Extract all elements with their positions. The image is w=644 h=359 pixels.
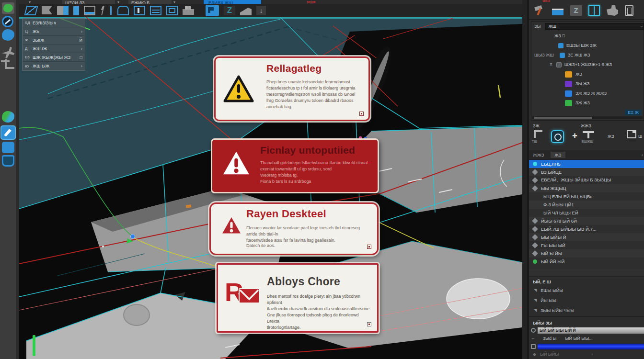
shear-icon[interactable]: [570, 5, 582, 16]
window-icon[interactable]: [84, 6, 95, 15]
layer-orange-icon[interactable]: [565, 71, 572, 78]
window-tool-icon[interactable]: [627, 130, 636, 138]
list-item[interactable]: ЫЙ ЙЙ ЫЙ: [529, 258, 644, 266]
menu-item[interactable]: Д ЖШ-ІЖ ›: [23, 45, 85, 53]
no-entry-icon[interactable]: [2, 16, 13, 27]
body-line: lhrg Goraefas dnumyru toloen dibadrd rba…: [266, 98, 365, 104]
checkbox-unchecked-icon[interactable]: [556, 62, 562, 67]
list-item[interactable]: ЙЫЫ 678 ЫЙ 6Й: [529, 217, 644, 225]
name-field[interactable]: ЖШ: [545, 23, 644, 30]
section-item[interactable]: ◥ЕШЫ ЫЙЫ: [529, 285, 644, 295]
list-item[interactable]: ЫЫ ЖЩЫЦ: [529, 184, 644, 192]
list-item[interactable]: ЕВЕЛЙ、ЖЩЫ 3ЙШЫ Б ЗЫЗЦЫ: [529, 176, 644, 184]
record-icon[interactable]: [531, 328, 536, 333]
tree-item-label[interactable]: ЗЖ ЖЗ: [575, 101, 590, 105]
door-icon[interactable]: [625, 5, 633, 16]
hammer-icon[interactable]: [534, 5, 545, 16]
more-link[interactable]: ЕΞ Ж: [625, 110, 642, 115]
blob-green-icon[interactable]: [2, 2, 14, 14]
plus-icon[interactable]: ✚: [572, 132, 577, 139]
section-item[interactable]: ◥3ЫЫ ЫЙЫ ЧЫЫ: [529, 305, 644, 315]
footer-row[interactable]: ◆ ЫЙ ЫЙЫ ›: [529, 350, 644, 358]
checkbox-checked-icon[interactable]: [558, 43, 564, 48]
scene-list: ЖЖЗ ЖЗ ‹ ЕБЦ.ЛЯ5 ВЗ ЫЙЦЕ ЕВЕЛЙ、ЖЩЫ 3ЙШЫ …: [529, 150, 644, 269]
arrow-down-icon[interactable]: ↓: [256, 6, 266, 15]
body-line: tfaetlnerdin draszurfk acsituin dla srnl…: [267, 306, 372, 312]
menu-item[interactable]: Ц ЖЬ ›: [23, 27, 85, 36]
ramp-icon[interactable]: [240, 6, 252, 15]
primary-action-button[interactable]: ЕЛИЯХ ЖШ: [204, 0, 261, 4]
stop-icon[interactable]: [531, 344, 536, 349]
menu-item[interactable]: Е6 ШЖ ЖЫЖ(ЖЫ ЖЗ □: [23, 53, 85, 62]
bucket-icon[interactable]: [2, 155, 14, 167]
cabinet-icon[interactable]: [588, 5, 600, 16]
body-line: tlrotorlogrtlartage.: [267, 325, 372, 331]
layer-green-icon[interactable]: [565, 100, 572, 106]
item-diamond-icon: [532, 226, 538, 232]
flag-icon[interactable]: [42, 6, 52, 15]
list-item[interactable]: ВЗ ЫЙЦЕ: [529, 168, 644, 176]
chevron-down-icon[interactable]: ▾: [29, 0, 31, 4]
blue-bar-icon[interactable]: [73, 6, 79, 15]
arch-icon[interactable]: [117, 6, 129, 15]
error-triangle-icon: [222, 150, 251, 176]
progress-bar-blue[interactable]: [538, 344, 644, 349]
tree-item-label[interactable]: ЗЖ ЖЗ Ж ЖЖЗ: [575, 91, 607, 96]
layer-blue-icon[interactable]: [565, 90, 572, 97]
split-panel-icon[interactable]: [57, 6, 69, 15]
list-filter-chip[interactable]: ЖЗ: [551, 152, 565, 158]
anchor-icon[interactable]: [5, 59, 14, 69]
tree-item-label[interactable]: ЖЗ: [575, 72, 582, 77]
furniture-icon[interactable]: [607, 5, 618, 16]
properties-panel: ЗЫ ЖШ ЖЗ □ ЕШЗЫ ШЖ ЗЖ ШЫЗ ЖШ ЗЕ ЖШ ЖЗ Ξ …: [531, 21, 644, 121]
list-item[interactable]: ЫЦ ЕЛЫ ЕЙ ЫЦ ЫЦВс: [529, 192, 644, 201]
pen-tool-icon[interactable]: [1, 126, 15, 139]
menu-item[interactable]: Ю ЖШ ЫЖ ›: [23, 62, 85, 70]
collapse-arrow-icon[interactable]: ‹: [642, 152, 643, 157]
task-row[interactable]: – 3Ыd Ы ЫЙ ЫЙ ЫЫ...: [529, 334, 644, 343]
list-item[interactable]: Ф-3 ЙЫЫ ЦЙ1: [529, 201, 644, 209]
resize-icon[interactable]: [367, 322, 371, 326]
wire-cube-icon[interactable]: [24, 6, 38, 15]
checkbox-checked-icon[interactable]: [560, 53, 565, 58]
bolt-icon[interactable]: [100, 6, 104, 15]
section-item[interactable]: ◥ЙЫ ЫЫ: [529, 295, 644, 305]
menu-item[interactable]: Ф ЗЫІЖ Й: [23, 36, 85, 45]
rounded-square-icon[interactable]: [2, 142, 14, 153]
chevron-down-icon[interactable]: ▾: [117, 0, 119, 4]
z-shear-icon[interactable]: Z: [224, 6, 235, 15]
progress-row: [529, 343, 644, 350]
list-box-icon[interactable]: [150, 6, 161, 15]
list-item[interactable]: ГЫ ЫЫ ЫЙ: [529, 241, 644, 249]
chevron-down-icon[interactable]: ▾: [173, 0, 175, 4]
box-in-box-icon[interactable]: [166, 6, 178, 15]
tool-label: ЕШЖШ: [582, 140, 593, 143]
body-line: Weorarg mblsba tg.: [260, 172, 375, 179]
view-dropdown-1[interactable]: ШΞДИ ЛЗ: [62, 0, 115, 4]
printer-icon[interactable]: [183, 9, 194, 15]
blob-teal-icon[interactable]: [2, 111, 14, 123]
tsquare-icon[interactable]: [583, 131, 594, 133]
blob-blue-icon[interactable]: [2, 29, 14, 41]
resize-icon[interactable]: [359, 112, 364, 116]
clamp-icon[interactable]: [534, 130, 542, 138]
list-item[interactable]: ЕБЦ.ЛЯ5: [529, 160, 644, 168]
material-box-icon[interactable]: [552, 9, 564, 15]
body-line: fictearlesschus tp t fol arnir ls tliola…: [266, 85, 365, 91]
list-item[interactable]: ЫЙ Ы ЙЫ: [529, 249, 644, 258]
tree-item-label[interactable]: ЗЫ ЖЗ: [575, 81, 590, 86]
body-line: aunehak fiag.: [266, 104, 365, 110]
clock-tool-icon[interactable]: [551, 130, 564, 143]
frame-one-icon[interactable]: [134, 6, 145, 15]
plane-icon[interactable]: [2, 47, 14, 58]
layer-purple-icon[interactable]: [565, 81, 572, 87]
context-menu-header[interactable]: ЅД ЕЗЯІЗ/ЗіЫ∨: [23, 19, 85, 27]
list-item[interactable]: ЕЫЙ.7Ш ЫЙЫЫ ЫВ Й.7...: [529, 225, 644, 233]
list-item[interactable]: ЫЫ ЫЙЫ Й: [529, 233, 644, 241]
panel-active-icon[interactable]: [206, 5, 219, 16]
view-dropdown-2[interactable]: ЕЖИЮ Б: [128, 0, 172, 4]
resize-icon[interactable]: [367, 245, 371, 249]
horizontal-scrollbar[interactable]: [532, 116, 643, 119]
progress-bar-gray[interactable]: ЫЙ ЫЙ ЫЫ ЫЙ Й: [538, 327, 644, 334]
list-item[interactable]: ЫЙ ЧЛ ЫЦЫ ЕЙ: [529, 209, 644, 217]
